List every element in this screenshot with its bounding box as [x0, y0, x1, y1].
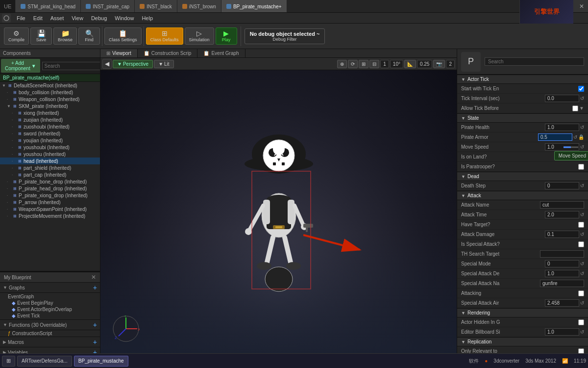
death-step-input[interactable]: [545, 182, 579, 189]
viewport-back-btn[interactable]: ◀: [102, 59, 112, 69]
special-mode-reset[interactable]: ↺: [580, 261, 584, 266]
allow-tick-checkbox[interactable]: [572, 105, 578, 111]
is-special-attack-checkbox[interactable]: [578, 241, 584, 247]
tree-item[interactable]: ·⊞P_pirate_head_drop (Inherited): [0, 185, 100, 192]
menu-item-window[interactable]: Window: [111, 14, 138, 22]
toolbar-btn-class-defaults[interactable]: ⊞Class Defaults: [146, 27, 183, 45]
event-graph-tab[interactable]: 📋 Event Graph: [197, 49, 245, 57]
window-tab[interactable]: INST_pirate_cap: [81, 0, 135, 12]
menu-item-asset[interactable]: Asset: [47, 14, 68, 22]
tree-item[interactable]: ·⊞P_pirate_bone_drop (Inherited): [0, 178, 100, 185]
tree-item[interactable]: ·⊞youshou (Inherited): [0, 151, 100, 158]
toolbar-btn-find[interactable]: 🔍Find: [78, 27, 100, 45]
move-speed-slider[interactable]: [564, 146, 578, 148]
tree-item[interactable]: ·⊞zuojian (Inherited): [0, 116, 100, 123]
attack-damage-reset[interactable]: ↺: [580, 232, 584, 237]
vt-icon-btn-3[interactable]: ⊞: [359, 60, 368, 68]
menu-item-help[interactable]: Help: [138, 14, 157, 22]
perspective-btn[interactable]: ▼ Perspective: [113, 60, 153, 68]
window-tab[interactable]: STM_pirat_king_head: [16, 0, 81, 12]
vt-icon-btn-2[interactable]: ⟳: [348, 60, 358, 68]
pirate-armor-lock[interactable]: 🔒: [578, 134, 584, 140]
rendering-header[interactable]: ▼ Rendering: [457, 308, 588, 317]
start-button[interactable]: ⊞: [2, 356, 15, 367]
viewport-3d[interactable]: X Y Z: [100, 70, 457, 368]
tree-item[interactable]: ·⊞WeaponSpawnPoint (Inherited): [0, 206, 100, 212]
menu-item-edit[interactable]: Edit: [29, 14, 47, 22]
special-attack-air-reset[interactable]: ↺: [580, 300, 584, 306]
lit-btn[interactable]: ▼ Lit: [154, 60, 173, 68]
pirate-health-reset[interactable]: ↺: [580, 125, 584, 130]
debug-filter-btn[interactable]: No debug object selected ~ Debug Filter: [245, 28, 325, 44]
pirate-armor-input[interactable]: [538, 133, 572, 141]
window-tab[interactable]: INST_black: [135, 0, 177, 12]
special-attack-de-input[interactable]: [545, 270, 579, 277]
vt-snap-btn[interactable]: 📐: [404, 60, 416, 68]
event-graph-item[interactable]: EventGraph: [0, 293, 100, 300]
event-actor-overlap-item[interactable]: ◆ Event ActorBeginOverlap: [0, 306, 100, 313]
special-attack-na-input[interactable]: [540, 280, 584, 287]
add-component-button[interactable]: + Add Component ▼: [1, 59, 40, 73]
menu-item-debug[interactable]: Debug: [87, 14, 111, 22]
taskbar-item-bp-pirate[interactable]: BP_pirate_mustache: [74, 356, 128, 367]
special-mode-input[interactable]: [545, 260, 579, 267]
window-tab[interactable]: iNST_brown: [177, 0, 221, 12]
tick-interval-reset[interactable]: ↺: [580, 96, 584, 101]
viewport-tab-viewport[interactable]: ⊞ Viewport: [100, 49, 138, 57]
death-step-reset[interactable]: ↺: [580, 183, 584, 188]
have-target-checkbox[interactable]: [578, 222, 584, 228]
start-tick-checkbox[interactable]: [578, 86, 584, 92]
attack-time-input[interactable]: [545, 211, 579, 218]
blueprint-collapse-icon[interactable]: ✕: [91, 274, 96, 281]
tree-item[interactable]: ·⊞Weapon_collison (Inherited): [0, 96, 100, 103]
tree-item[interactable]: ·⊞P_pirate_xiong_drop (Inherited): [0, 192, 100, 199]
tree-item[interactable]: ·⊞body_collision (Inherited): [0, 89, 100, 96]
attack-time-reset[interactable]: ↺: [580, 212, 584, 217]
taskbar-item-artower[interactable]: ARTowerDefensGa...: [17, 356, 72, 367]
actor-tick-header[interactable]: ▼ Actor Tick: [457, 75, 588, 84]
tree-item[interactable]: ·⊞part_shield (Inherited): [0, 164, 100, 171]
tick-interval-input[interactable]: [545, 95, 579, 102]
tree-item[interactable]: ·⊞zuoshoubi (Inherited): [0, 123, 100, 130]
vt-icon-btn-4[interactable]: ⊟: [369, 60, 379, 68]
special-attack-air-input[interactable]: [545, 299, 579, 307]
tree-item[interactable]: ·⊞youshoubi (Inherited): [0, 144, 100, 151]
functions-add-icon[interactable]: +: [93, 321, 97, 329]
window-tab[interactable]: BP_pirate_mustache+: [221, 0, 287, 12]
tree-item[interactable]: ·⊞part_cap (Inherited): [0, 171, 100, 178]
toolbar-btn-compile[interactable]: ⚙Compile: [4, 27, 29, 45]
close-btn[interactable]: ✕: [575, 0, 588, 13]
tree-item[interactable]: ▼⊞DefaultSceneRoot (Inherited): [0, 82, 100, 89]
tree-item[interactable]: ·⊞P_arrow (Inherited): [0, 199, 100, 206]
allow-tick-expand[interactable]: ▼: [579, 105, 584, 111]
tree-item[interactable]: ·⊞head (Inherited): [0, 158, 100, 164]
menu-item-view[interactable]: View: [68, 14, 87, 22]
attack-name-input[interactable]: [540, 201, 584, 209]
right-search-input[interactable]: [485, 57, 584, 66]
toolbar-btn-simulation[interactable]: ▷Simulation: [185, 27, 214, 45]
replication-header[interactable]: ▼ Replication: [457, 337, 588, 346]
editor-billboard-input[interactable]: [545, 328, 579, 336]
pirate-health-input[interactable]: [545, 124, 579, 131]
state-header[interactable]: ▼ State: [457, 113, 588, 123]
tree-item[interactable]: ▼⊞SKM_pirate (Inherited): [0, 103, 100, 109]
graphs-add-icon[interactable]: +: [93, 284, 97, 291]
tree-item[interactable]: ·⊞sword (Inherited): [0, 130, 100, 137]
toolbar-btn-class-settings[interactable]: 📋Class Settings: [104, 27, 142, 45]
toolbar-btn-browse[interactable]: 📁Browse: [53, 27, 77, 45]
move-speed-reset[interactable]: ↺: [580, 144, 584, 150]
special-attack-de-reset[interactable]: ↺: [580, 271, 584, 276]
construction-tab[interactable]: 📋 Construction Scrip: [138, 49, 198, 57]
editor-billboard-reset[interactable]: ↺: [580, 329, 584, 335]
vt-icon-btn-1[interactable]: ⊕: [337, 60, 347, 68]
toolbar-btn-play[interactable]: ▶Play: [216, 27, 237, 45]
toolbar-btn-save[interactable]: 💾Save: [30, 27, 52, 45]
component-search-input[interactable]: [42, 62, 100, 70]
tree-item[interactable]: ·⊞youjian (Inherited): [0, 137, 100, 144]
construction-script-item[interactable]: ƒ ConstructionScript: [0, 330, 100, 337]
actor-hidden-checkbox[interactable]: [578, 319, 584, 325]
attack-header[interactable]: ▼ Attack: [457, 191, 588, 200]
pirate-armor-reset[interactable]: ↺: [573, 134, 577, 140]
tree-item[interactable]: ·⊞xiong (Inherited): [0, 109, 100, 116]
tree-item[interactable]: ·⊞ProjectileMovement (Inherited): [0, 212, 100, 219]
